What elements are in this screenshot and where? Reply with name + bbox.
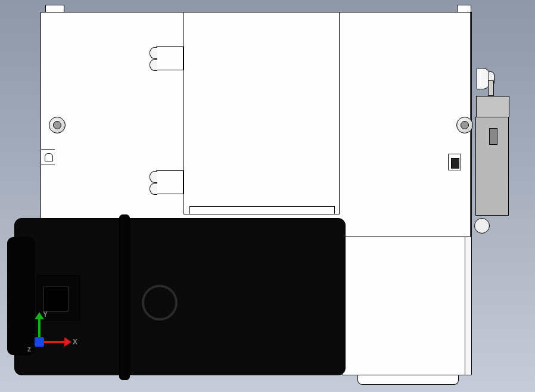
cad-viewport[interactable]: Y X z — [0, 0, 535, 392]
bolt-head-right — [456, 117, 473, 133]
bracket-slot — [489, 128, 497, 145]
bracket-hook — [488, 80, 494, 96]
axis-y-label: Y — [43, 311, 48, 318]
slab-round-pin — [474, 218, 490, 234]
axis-x-label: X — [73, 338, 77, 346]
panel-standoff-top — [156, 46, 183, 70]
center-panel — [183, 12, 340, 214]
axis-z-label: z — [27, 346, 31, 353]
motor-clamp-ring — [119, 214, 130, 380]
bracket-top-plate — [476, 96, 509, 117]
axis-x-arrow — [64, 337, 71, 347]
external-bracket — [475, 117, 509, 216]
housing-left-notch — [41, 149, 55, 164]
bolt-head-left — [49, 117, 66, 133]
slab-bottom-lug — [357, 375, 459, 385]
axis-z-marker — [35, 337, 44, 347]
slab-pin-block — [448, 154, 461, 170]
orientation-triad[interactable]: Y X z — [29, 312, 76, 360]
panel-standoff-bottom — [156, 170, 183, 194]
motor-face-ring — [142, 285, 178, 321]
center-panel-ledge — [189, 206, 335, 214]
